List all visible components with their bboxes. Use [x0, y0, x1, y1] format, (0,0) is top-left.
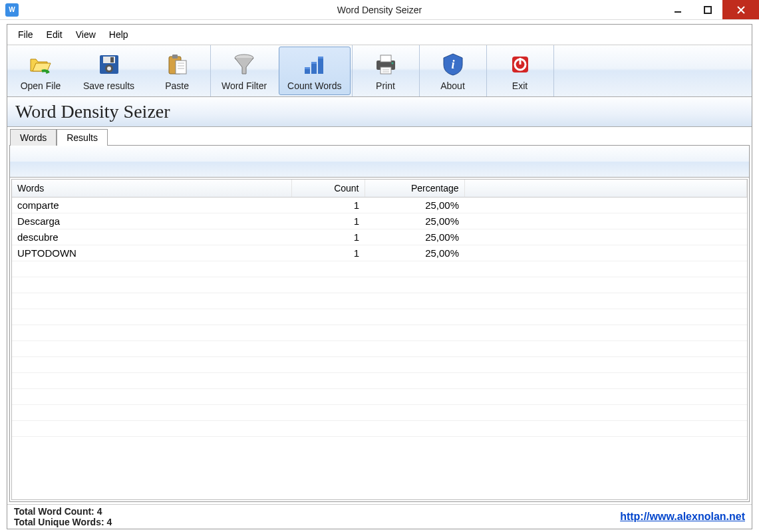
sub-toolbar	[10, 146, 749, 178]
cell-count: 1	[291, 198, 365, 213]
table-row	[12, 277, 747, 293]
svg-text:i: i	[451, 58, 454, 71]
col-spacer	[464, 180, 747, 198]
website-link[interactable]: http://www.alexnolan.net	[620, 511, 745, 523]
tab-results[interactable]: Results	[57, 129, 108, 146]
cell-count: 1	[291, 245, 365, 261]
statusbar: Total Word Count: 4 Total Unique Words: …	[7, 504, 752, 529]
cell-percentage: 25,00%	[365, 198, 464, 213]
status-counts: Total Word Count: 4 Total Unique Words: …	[14, 506, 112, 527]
count-words-button-label: Count Words	[287, 80, 341, 91]
info-shield-icon: i	[440, 51, 466, 78]
menu-file[interactable]: File	[11, 27, 40, 42]
tab-words[interactable]: Words	[10, 129, 57, 146]
svg-rect-19	[318, 57, 323, 59]
cell-word: comparte	[12, 198, 291, 213]
maximize-button[interactable]	[692, 0, 722, 19]
total-unique-words: Total Unique Words: 4	[14, 517, 112, 527]
funnel-icon	[231, 51, 257, 78]
table-row	[12, 325, 747, 341]
word-filter-button[interactable]: Word Filter	[211, 45, 277, 96]
print-button[interactable]: Print	[353, 45, 419, 96]
results-grid[interactable]: Words Count Percentage comparte125,00%De…	[11, 179, 748, 500]
table-row	[12, 309, 747, 325]
cell-percentage: 25,00%	[365, 245, 464, 261]
open-file-button[interactable]: Open File	[7, 45, 74, 96]
save-icon	[96, 51, 122, 78]
cell-word: descubre	[12, 229, 291, 245]
cell-percentage: 25,00%	[365, 229, 464, 245]
table-row	[12, 261, 747, 277]
svg-rect-8	[172, 55, 178, 59]
cell-percentage: 25,00%	[365, 213, 464, 229]
minimize-button[interactable]	[663, 0, 692, 19]
svg-rect-1	[704, 7, 711, 13]
save-results-button[interactable]: Save results	[74, 45, 144, 96]
paste-button-label: Paste	[165, 80, 189, 91]
table-row	[12, 389, 747, 405]
table-row[interactable]: Descarga125,00%	[12, 213, 747, 229]
titlebar: W Word Density Seizer	[0, 0, 759, 20]
table-row	[12, 357, 747, 373]
table-row[interactable]: descubre125,00%	[12, 229, 747, 245]
toolbar: Open FileSave resultsPasteWord FilterCou…	[7, 45, 752, 97]
svg-rect-22	[380, 67, 391, 74]
cell-word: Descarga	[12, 213, 291, 229]
cell-count: 1	[291, 213, 365, 229]
table-row[interactable]: comparte125,00%	[12, 198, 747, 213]
folder-open-icon	[27, 51, 54, 78]
window-controls	[663, 0, 759, 19]
table-row	[12, 373, 747, 389]
printer-icon	[373, 51, 399, 78]
table-row	[12, 341, 747, 357]
table-row	[12, 293, 747, 309]
svg-rect-4	[110, 57, 114, 63]
print-button-label: Print	[376, 80, 395, 91]
svg-rect-17	[305, 67, 310, 69]
page-title: Word Density Seizer	[15, 101, 170, 122]
svg-rect-21	[380, 55, 391, 62]
save-results-button-label: Save results	[83, 80, 134, 91]
table-row	[12, 405, 747, 421]
exit-button-label: Exit	[512, 80, 528, 91]
svg-rect-16	[318, 57, 323, 74]
svg-point-6	[107, 66, 111, 70]
exit-button[interactable]: Exit	[487, 45, 553, 96]
window-title: Word Density Seizer	[337, 5, 422, 15]
app-icon: W	[5, 3, 19, 17]
svg-rect-9	[176, 61, 186, 74]
col-words[interactable]: Words	[12, 180, 291, 198]
open-file-button-label: Open File	[21, 80, 61, 91]
close-button[interactable]	[722, 0, 759, 19]
svg-point-25	[391, 62, 393, 64]
about-button[interactable]: iAbout	[420, 45, 486, 96]
svg-rect-0	[675, 11, 681, 13]
menubar: FileEditViewHelp	[7, 25, 752, 45]
total-word-count: Total Word Count: 4	[14, 506, 112, 517]
tabs: WordsResults	[7, 128, 752, 145]
menu-edit[interactable]: Edit	[40, 27, 69, 42]
paste-button[interactable]: Paste	[144, 45, 210, 96]
col-percentage[interactable]: Percentage	[365, 180, 464, 198]
paste-icon	[164, 51, 190, 78]
menu-help[interactable]: Help	[102, 27, 135, 42]
count-words-button[interactable]: Count Words	[279, 47, 350, 95]
results-panel: Words Count Percentage comparte125,00%De…	[9, 145, 750, 502]
cell-word: UPTODOWN	[12, 245, 291, 261]
table-row	[12, 421, 747, 437]
main-frame: FileEditViewHelp Open FileSave resultsPa…	[7, 24, 752, 529]
cell-count: 1	[291, 229, 365, 245]
word-filter-button-label: Word Filter	[222, 80, 267, 91]
menu-view[interactable]: View	[69, 27, 102, 42]
bars-icon	[301, 51, 328, 78]
about-button-label: About	[440, 80, 465, 91]
heading-bar: Word Density Seizer	[7, 97, 752, 127]
svg-rect-18	[311, 62, 317, 64]
table-row[interactable]: UPTODOWN125,00%	[12, 245, 747, 261]
col-count[interactable]: Count	[291, 180, 365, 198]
exit-icon	[507, 51, 533, 78]
